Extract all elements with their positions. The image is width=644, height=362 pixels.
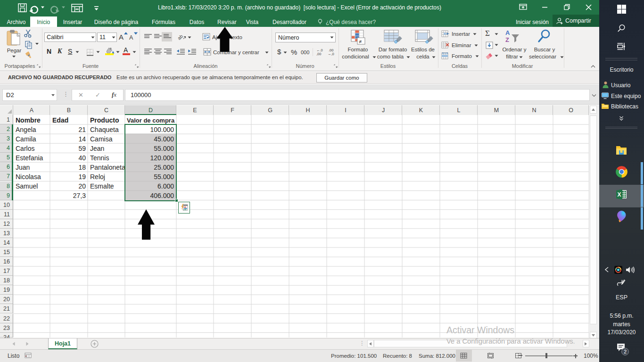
svg-text:,00: ,00 xyxy=(316,52,321,56)
svg-text:Z: Z xyxy=(505,36,509,43)
svg-text:A: A xyxy=(505,29,510,36)
svg-text:≠: ≠ xyxy=(359,39,362,44)
svg-text:→,0: →,0 xyxy=(328,52,334,56)
svg-text:X: X xyxy=(618,191,621,198)
svg-text:ab: ab xyxy=(177,33,184,41)
